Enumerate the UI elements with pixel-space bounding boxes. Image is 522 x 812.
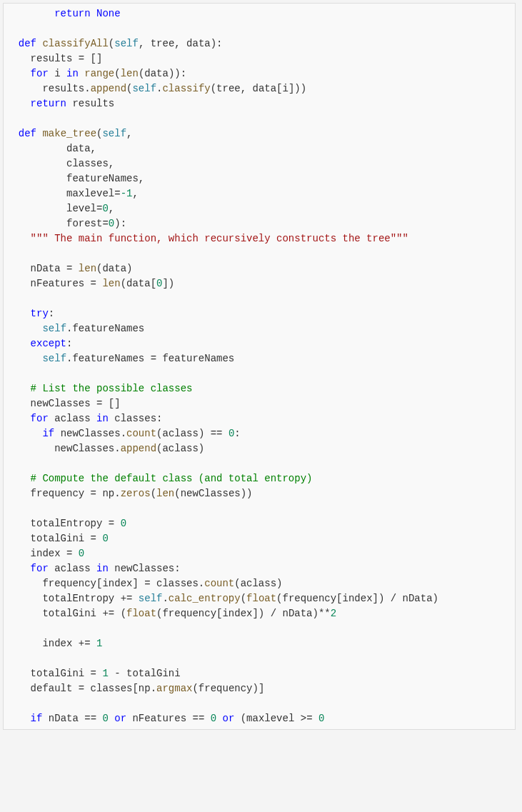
code-content: return None return None def classifyAll(… <box>6 6 512 726</box>
code-block: return None return None def classifyAll(… <box>3 3 516 730</box>
